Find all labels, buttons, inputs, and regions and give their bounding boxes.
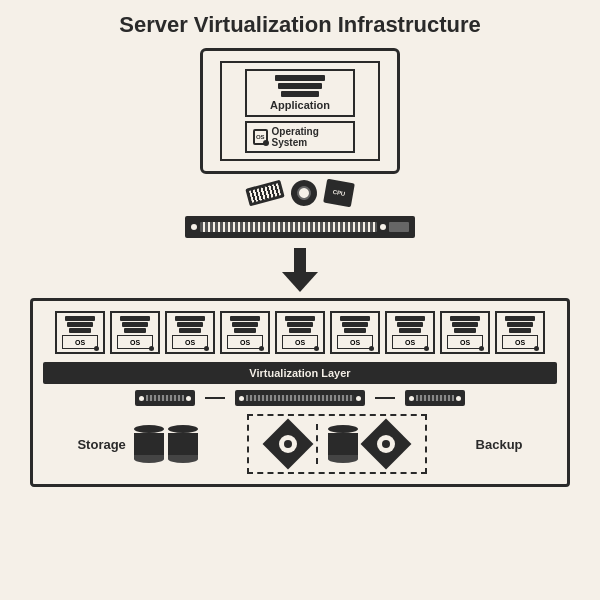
- page-title: Server Virtualization Infrastructure: [119, 12, 481, 38]
- cylinder-2: [168, 425, 198, 463]
- rack-connector-h: [205, 397, 225, 399]
- monitor-inner: Application OS Operating System: [220, 61, 380, 161]
- vm-card-1: OS: [55, 311, 105, 354]
- os-label: Operating System: [272, 126, 347, 148]
- top-section: Application OS Operating System: [170, 48, 430, 242]
- storage-backup-area: Storage: [43, 414, 557, 474]
- vm-card-7: OS: [385, 311, 435, 354]
- vm-card-9: OS: [495, 311, 545, 354]
- rack-connector-h2: [375, 397, 395, 399]
- vm-card-8: OS: [440, 311, 490, 354]
- monitor: Application OS Operating System: [200, 48, 400, 174]
- storage-label: Storage: [77, 437, 125, 452]
- os-box: OS Operating System: [245, 121, 355, 153]
- hdd-diamond-2: [360, 419, 411, 470]
- ram-icon: [245, 180, 284, 207]
- app-label: Application: [270, 99, 330, 111]
- vm-card-6: OS: [330, 311, 380, 354]
- bottom-rack-row: [43, 390, 557, 406]
- vm-card-5: OS: [275, 311, 325, 354]
- cpu-icon: [323, 179, 355, 207]
- vm-grid: OS OS OS OS OS OS OS: [43, 311, 557, 354]
- backup-label: Backup: [476, 437, 523, 452]
- cylinder-1: [134, 425, 164, 463]
- server-rack-top: [185, 216, 415, 238]
- dashed-connector-box: [247, 414, 427, 474]
- rack-unit-center: [235, 390, 365, 406]
- vm-card-4: OS: [220, 311, 270, 354]
- hdd-icon: [288, 177, 320, 209]
- rack-unit-right: [405, 390, 465, 406]
- storage-group: Storage: [77, 425, 197, 463]
- cylinder-center: [328, 425, 358, 463]
- arrow-down: [282, 248, 318, 292]
- vm-card-3: OS: [165, 311, 215, 354]
- storage-cylinders: [134, 425, 198, 463]
- hdd-diamond-1: [262, 419, 313, 470]
- hardware-icons-row: [247, 180, 353, 206]
- bottom-section: OS OS OS OS OS OS OS: [30, 298, 570, 487]
- vm-card-2: OS: [110, 311, 160, 354]
- os-icon: OS: [253, 129, 268, 145]
- virt-layer-label: Virtualization Layer: [43, 362, 557, 384]
- app-stack-icon: [275, 75, 325, 97]
- app-box: Application: [245, 69, 355, 117]
- rack-unit-left: [135, 390, 195, 406]
